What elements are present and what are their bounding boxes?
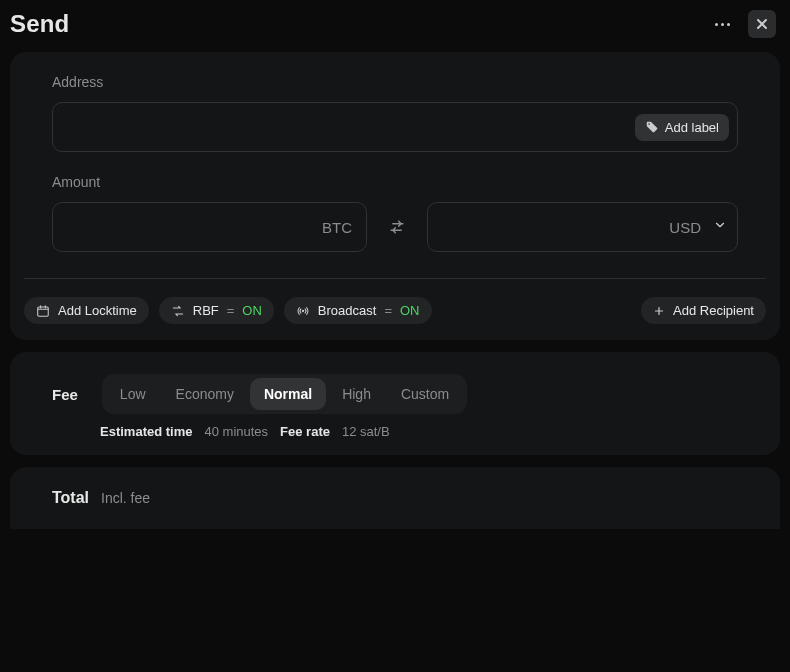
- swap-icon: [387, 217, 407, 237]
- dot-icon: [715, 23, 718, 26]
- chevron-down-icon: [713, 218, 727, 236]
- total-title: Total: [52, 489, 89, 507]
- amount-inputs: BTC USD: [52, 202, 738, 252]
- close-icon: [755, 17, 769, 31]
- swap-units-button[interactable]: [387, 217, 407, 237]
- fee-meta: Estimated time 40 minutes Fee rate 12 sa…: [100, 424, 738, 439]
- usd-unit: USD: [669, 219, 701, 236]
- tag-icon: [645, 120, 659, 134]
- broadcast-state: ON: [400, 303, 420, 318]
- tx-options-row: Add Locktime RBF = ON Broadc: [24, 278, 766, 324]
- fee-row: Fee LowEconomyNormalHighCustom: [52, 374, 738, 414]
- address-label: Address: [52, 74, 738, 90]
- est-time-label: Estimated time: [100, 424, 192, 439]
- add-locktime-button[interactable]: Add Locktime: [24, 297, 149, 324]
- incl-fee: Incl. fee: [101, 490, 150, 506]
- fee-option-economy[interactable]: Economy: [162, 378, 248, 410]
- address-input[interactable]: Add label: [52, 102, 738, 152]
- rbf-label: RBF: [193, 303, 219, 318]
- broadcast-label: Broadcast: [318, 303, 377, 318]
- rbf-state: ON: [242, 303, 262, 318]
- send-form-panel: Address Add label Amount BTC: [10, 52, 780, 340]
- svg-rect-1: [38, 306, 49, 315]
- amount-section: Amount BTC USD: [52, 174, 738, 252]
- add-label-button[interactable]: Add label: [635, 114, 729, 141]
- rbf-toggle[interactable]: RBF = ON: [159, 297, 274, 324]
- add-recipient-button[interactable]: Add Recipient: [641, 297, 766, 324]
- titlebar: Send: [0, 0, 790, 46]
- btc-unit: BTC: [322, 219, 352, 236]
- add-recipient-label: Add Recipient: [673, 303, 754, 318]
- locktime-label: Add Locktime: [58, 303, 137, 318]
- rbf-eq: =: [227, 303, 235, 318]
- fee-segment: LowEconomyNormalHighCustom: [102, 374, 467, 414]
- rbf-icon: [171, 304, 185, 318]
- top-actions: [709, 10, 776, 38]
- currency-select[interactable]: USD: [669, 218, 727, 236]
- fee-title: Fee: [52, 386, 78, 403]
- plus-icon: [653, 305, 665, 317]
- est-time-value: 40 minutes: [204, 424, 268, 439]
- dot-icon: [721, 23, 724, 26]
- fee-rate-value: 12 sat/B: [342, 424, 390, 439]
- fee-option-low[interactable]: Low: [106, 378, 160, 410]
- fee-option-high[interactable]: High: [328, 378, 385, 410]
- address-section: Address Add label: [52, 74, 738, 152]
- fee-option-normal[interactable]: Normal: [250, 378, 326, 410]
- fee-rate-label: Fee rate: [280, 424, 330, 439]
- amount-label: Amount: [52, 174, 738, 190]
- svg-point-2: [302, 309, 304, 311]
- fee-option-custom[interactable]: Custom: [387, 378, 463, 410]
- amount-btc-input[interactable]: BTC: [52, 202, 367, 252]
- total-panel: Total Incl. fee: [10, 467, 780, 529]
- calendar-icon: [36, 304, 50, 318]
- dot-icon: [727, 23, 730, 26]
- svg-point-0: [648, 123, 650, 125]
- amount-usd-input[interactable]: USD: [427, 202, 738, 252]
- menu-more-button[interactable]: [709, 17, 736, 32]
- page-title: Send: [10, 10, 69, 38]
- fee-panel: Fee LowEconomyNormalHighCustom Estimated…: [10, 352, 780, 455]
- add-label-text: Add label: [665, 120, 719, 135]
- tx-option-chips: Add Locktime RBF = ON Broadc: [24, 297, 432, 324]
- total-row: Total Incl. fee: [52, 489, 738, 507]
- broadcast-toggle[interactable]: Broadcast = ON: [284, 297, 432, 324]
- close-button[interactable]: [748, 10, 776, 38]
- broadcast-icon: [296, 304, 310, 318]
- broadcast-eq: =: [384, 303, 392, 318]
